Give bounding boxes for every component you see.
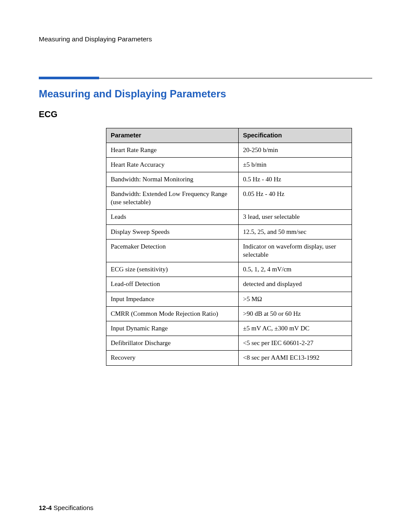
cell-specification: detected and displayed bbox=[239, 277, 352, 292]
cell-parameter: CMRR (Common Mode Rejection Ratio) bbox=[106, 306, 239, 321]
page-footer: 12-4 Specifications bbox=[39, 504, 93, 511]
cell-specification: 0.5 Hz - 40 Hz bbox=[239, 172, 352, 187]
table-row: Bandwidth: Normal Monitoring0.5 Hz - 40 … bbox=[106, 172, 352, 187]
cell-parameter: Lead-off Detection bbox=[106, 277, 239, 292]
table-row: Input Dynamic Range±5 mV AC, ±300 mV DC bbox=[106, 321, 352, 336]
table-header-specification: Specification bbox=[239, 128, 352, 143]
running-header: Measuring and Displaying Parameters bbox=[39, 35, 372, 43]
footer-section: Specifications bbox=[52, 504, 93, 511]
page: Measuring and Displaying Parameters Meas… bbox=[0, 0, 411, 532]
cell-specification: 0.5, 1, 2, 4 mV/cm bbox=[239, 262, 352, 277]
cell-parameter: Heart Rate Range bbox=[106, 143, 239, 157]
table-row: Leads3 lead, user selectable bbox=[106, 210, 352, 224]
cell-specification: Indicator on waveform display, user sele… bbox=[239, 239, 352, 262]
cell-parameter: Bandwidth: Normal Monitoring bbox=[106, 172, 239, 187]
cell-specification: >90 dB at 50 or 60 Hz bbox=[239, 306, 352, 321]
cell-parameter: Pacemaker Detection bbox=[106, 239, 239, 262]
table-row: Heart Rate Range20-250 b/min bbox=[106, 143, 352, 157]
table-row: Heart Rate Accuracy±5 b/min bbox=[106, 157, 352, 172]
cell-specification: <5 sec per IEC 60601-2-27 bbox=[239, 336, 352, 351]
cell-specification: 0.05 Hz - 40 Hz bbox=[239, 187, 352, 210]
cell-parameter: Display Sweep Speeds bbox=[106, 224, 239, 239]
table-row: Pacemaker DetectionIndicator on waveform… bbox=[106, 239, 352, 262]
sub-heading-ecg: ECG bbox=[39, 109, 372, 119]
table-header-row: Parameter Specification bbox=[106, 128, 352, 143]
section-rule bbox=[39, 77, 372, 80]
cell-parameter: Leads bbox=[106, 210, 239, 224]
cell-specification: 12.5, 25, and 50 mm/sec bbox=[239, 224, 352, 239]
table-row: Defibrillator Discharge<5 sec per IEC 60… bbox=[106, 336, 352, 351]
table-row: Recovery<8 sec per AAMI EC13-1992 bbox=[106, 351, 352, 365]
table-row: Input Impedance>5 MΩ bbox=[106, 292, 352, 306]
table-row: Bandwidth: Extended Low Frequency Range … bbox=[106, 187, 352, 210]
ecg-spec-table: Parameter Specification Heart Rate Range… bbox=[106, 128, 352, 366]
table-row: Lead-off Detectiondetected and displayed bbox=[106, 277, 352, 292]
cell-specification: 20-250 b/min bbox=[239, 143, 352, 157]
cell-specification: ±5 b/min bbox=[239, 157, 352, 172]
cell-specification: <8 sec per AAMI EC13-1992 bbox=[239, 351, 352, 365]
cell-specification: 3 lead, user selectable bbox=[239, 210, 352, 224]
cell-specification: ±5 mV AC, ±300 mV DC bbox=[239, 321, 352, 336]
cell-parameter: Defibrillator Discharge bbox=[106, 336, 239, 351]
cell-parameter: Input Impedance bbox=[106, 292, 239, 306]
page-number: 12-4 bbox=[39, 504, 52, 511]
cell-parameter: Input Dynamic Range bbox=[106, 321, 239, 336]
table-row: CMRR (Common Mode Rejection Ratio)>90 dB… bbox=[106, 306, 352, 321]
table-row: ECG size (sensitivity)0.5, 1, 2, 4 mV/cm bbox=[106, 262, 352, 277]
cell-parameter: ECG size (sensitivity) bbox=[106, 262, 239, 277]
cell-parameter: Heart Rate Accuracy bbox=[106, 157, 239, 172]
rule-thick bbox=[39, 77, 99, 79]
table-row: Display Sweep Speeds12.5, 25, and 50 mm/… bbox=[106, 224, 352, 239]
table-header-parameter: Parameter bbox=[106, 128, 239, 143]
section-heading: Measuring and Displaying Parameters bbox=[39, 88, 372, 100]
cell-parameter: Recovery bbox=[106, 351, 239, 365]
cell-parameter: Bandwidth: Extended Low Frequency Range … bbox=[106, 187, 239, 210]
cell-specification: >5 MΩ bbox=[239, 292, 352, 306]
